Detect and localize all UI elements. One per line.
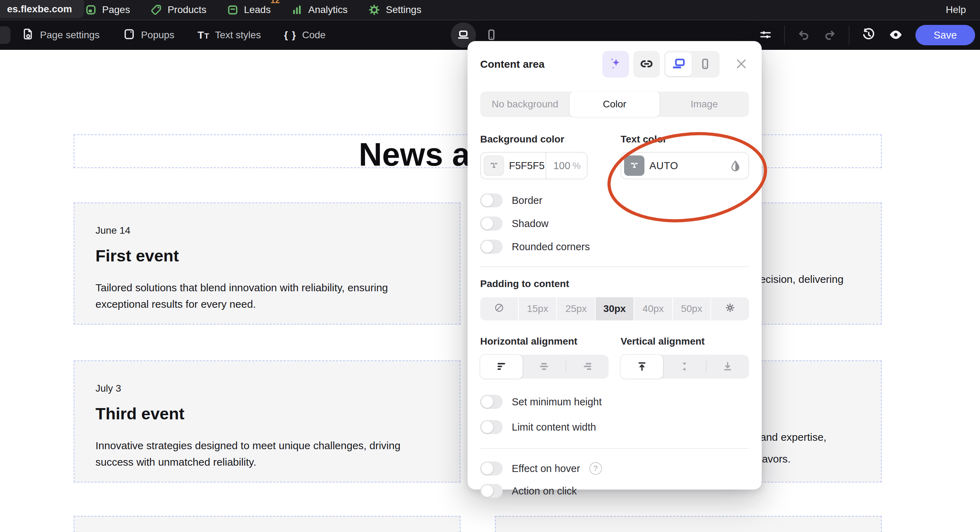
tool-label: Page settings	[40, 30, 100, 41]
nav-label: Products	[167, 4, 207, 16]
valign-top-button[interactable]	[620, 355, 663, 379]
event-card-first[interactable]: June 14 First event Tailored solutions t…	[74, 202, 460, 325]
padding-40-button[interactable]: 40px	[634, 297, 672, 321]
background-hex-value[interactable]: F5F5F5	[509, 160, 545, 172]
background-swatch-button[interactable]	[484, 156, 504, 176]
color-inputs-row: F5F5F5 100 % AUTO	[480, 145, 749, 179]
tab-color[interactable]: Color	[570, 92, 659, 117]
effect-hover-toggle[interactable]	[480, 462, 503, 475]
text-color-field[interactable]: AUTO	[620, 152, 749, 179]
background-opacity-field[interactable]: 100 %	[546, 152, 587, 179]
panel-header-icons	[602, 51, 749, 78]
sliders-icon	[759, 28, 772, 43]
desktop-blue-icon	[671, 57, 686, 72]
valign-bottom-icon	[722, 360, 733, 373]
popups-icon	[123, 28, 135, 43]
valign-bottom-button[interactable]	[706, 355, 749, 379]
align-right-button[interactable]	[566, 355, 609, 379]
border-toggle-row: Border	[480, 193, 749, 207]
rounded-corners-toggle[interactable]	[480, 240, 503, 254]
ai-assistant-button[interactable]	[602, 51, 629, 78]
redo-button[interactable]	[823, 28, 837, 43]
text-styles-button[interactable]: TT Text styles	[197, 29, 261, 41]
effect-hover-toggle-row: Effect on hover ?	[480, 462, 749, 475]
panel-device-segment	[664, 51, 719, 78]
history-button[interactable]	[861, 27, 876, 43]
action-click-toggle[interactable]	[480, 484, 503, 498]
help-button[interactable]: Help	[946, 0, 966, 20]
valign-top-icon	[636, 360, 648, 373]
copy-style-link-button[interactable]	[633, 51, 660, 78]
preview-eye-button[interactable]	[888, 27, 904, 43]
toggle-label: Effect on hover	[512, 463, 580, 475]
toolbar-right-group: Save	[759, 25, 975, 45]
gear-icon	[725, 302, 735, 316]
panel-mobile-button[interactable]	[692, 52, 718, 76]
text-color-value[interactable]: AUTO	[649, 160, 678, 172]
block-adjustments-button[interactable]	[759, 28, 772, 43]
valign-center-icon	[678, 360, 690, 373]
nav-item-pages[interactable]: Pages	[85, 4, 130, 16]
popups-button[interactable]: Popups	[123, 28, 175, 43]
border-toggle[interactable]	[480, 193, 503, 207]
toggle-label: Action on click	[512, 485, 577, 497]
valign-center-button[interactable]	[663, 355, 705, 379]
help-question-icon[interactable]: ?	[589, 462, 602, 475]
code-button[interactable]: { } Code	[284, 30, 326, 41]
tool-label: Text styles	[215, 30, 261, 41]
undo-icon	[797, 28, 811, 43]
toggle-label: Shadow	[512, 218, 549, 230]
text-styles-icon: TT	[197, 29, 210, 41]
content-area-panel: Content area	[468, 41, 762, 489]
shadow-toggle[interactable]	[480, 216, 503, 230]
panel-desktop-button[interactable]	[665, 52, 692, 76]
nav-item-leads[interactable]: Leads 12	[227, 4, 270, 16]
page-settings-button[interactable]: Page settings	[22, 28, 100, 43]
padding-label: Padding to content	[480, 278, 749, 289]
domain-label: es.flexbe.com	[7, 3, 72, 15]
background-color-label: Background color	[480, 134, 620, 145]
min-height-toggle[interactable]	[480, 395, 503, 409]
limit-width-toggle[interactable]	[480, 420, 503, 434]
contrast-droplet-icon[interactable]	[729, 160, 741, 172]
padding-15-button[interactable]: 15px	[519, 297, 557, 321]
history-clock-icon	[861, 27, 876, 43]
align-left-button[interactable]	[480, 355, 523, 379]
main-nav: Pages Products Leads 12 Analytics	[85, 0, 421, 20]
event-card-bottom-left[interactable]	[74, 516, 460, 532]
padding-none-button[interactable]	[480, 297, 518, 321]
padding-25-button[interactable]: 25px	[557, 297, 595, 321]
phone-gray-icon	[698, 57, 712, 71]
hidden-card-text-fragment: precision, delivering	[751, 273, 843, 285]
toolbar-edge-button[interactable]	[0, 26, 11, 44]
tab-no-background[interactable]: No background	[480, 92, 570, 117]
event-card-third[interactable]: July 3 Third event Innovative strategies…	[74, 360, 460, 483]
padding-30-button[interactable]: 30px	[596, 297, 633, 321]
toggle-label: Rounded corners	[512, 241, 590, 253]
min-height-toggle-row: Set minimum height	[480, 395, 749, 409]
event-title: Third event	[95, 404, 439, 423]
padding-50-button[interactable]: 50px	[673, 297, 711, 321]
undo-button[interactable]	[797, 28, 811, 43]
shadow-toggle-row: Shadow	[480, 216, 749, 230]
align-center-button[interactable]	[523, 355, 565, 379]
close-panel-button[interactable]	[733, 57, 749, 72]
text-color-swatch-button[interactable]	[624, 156, 644, 176]
tab-image[interactable]: Image	[660, 92, 749, 117]
padding-custom-button[interactable]	[711, 297, 749, 321]
ai-sparkle-icon	[608, 56, 624, 73]
nav-item-analytics[interactable]: Analytics	[291, 4, 347, 16]
leads-count-badge: 12	[270, 0, 280, 5]
alignment-controls-row	[480, 355, 749, 379]
nav-item-products[interactable]: Products	[150, 4, 207, 16]
background-color-field[interactable]: F5F5F5 100 %	[480, 152, 587, 179]
toggle-label: Set minimum height	[512, 396, 601, 408]
settings-gear-icon	[368, 3, 380, 16]
toolbar-divider	[849, 25, 850, 44]
event-card-bottom-right[interactable]	[495, 516, 882, 532]
save-button[interactable]: Save	[915, 25, 975, 45]
toolbar-left-group: Page settings Popups TT Text styles { } …	[22, 28, 326, 43]
site-domain[interactable]: es.flexbe.com	[0, 0, 84, 18]
nav-item-settings[interactable]: Settings	[368, 3, 421, 16]
event-date: June 14	[95, 225, 439, 236]
